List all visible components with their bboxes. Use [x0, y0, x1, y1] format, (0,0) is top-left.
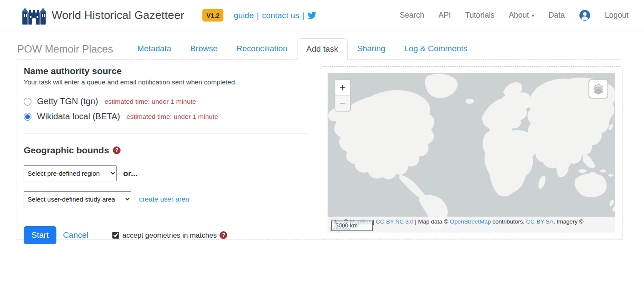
predefined-region-select[interactable]: Select pre-defined region	[24, 165, 117, 181]
queue-note: Your task will enter a queue and email n…	[24, 78, 312, 86]
authority-option-wikidata: Wikidata local (BETA) estimated time: un…	[24, 112, 312, 121]
user-study-area-select[interactable]: Select user-defined study area	[24, 191, 131, 207]
nav-about-label: About	[509, 11, 529, 20]
map-zoom-control: + −	[334, 79, 351, 112]
version-badge: V1.2	[202, 9, 223, 22]
map-layers-control[interactable]	[588, 79, 608, 99]
tab-add-task[interactable]: Add task	[297, 38, 348, 60]
region-select-row: Select pre-defined region or...	[24, 165, 312, 181]
openstreetmap-link[interactable]: OpenStreetMap	[450, 218, 491, 225]
header-nav: Search API Tutorials About ▾ Data Logout	[399, 9, 629, 21]
guide-link[interactable]: guide	[234, 11, 254, 20]
whg-castle-logo	[22, 6, 46, 25]
nav-data[interactable]: Data	[548, 11, 565, 20]
world-map-graphic	[328, 73, 615, 233]
tab-reconciliation[interactable]: Reconciliation	[227, 38, 297, 59]
authority-option-getty: Getty TGN (tgn) estimated time: under 1 …	[24, 96, 312, 106]
attribution-contributors-text: contributors,	[491, 218, 526, 225]
accept-geometries-label: accept geometries in matches	[122, 231, 217, 239]
layers-icon	[592, 83, 604, 95]
contact-us-link[interactable]: contact us	[262, 11, 299, 20]
wikidata-radio-label[interactable]: Wikidata local (BETA)	[37, 112, 120, 121]
ccbysa-link[interactable]: CC-BY-SA	[526, 218, 553, 225]
link-separator: |	[302, 11, 304, 20]
zoom-out-button[interactable]: −	[335, 95, 350, 111]
tab-metadata[interactable]: Metadata	[128, 38, 181, 59]
tab-sharing[interactable]: Sharing	[348, 38, 395, 59]
caret-down-icon: ▾	[532, 12, 534, 19]
accept-geometries-row: accept geometries in matches ?	[112, 231, 227, 239]
attribution-imagery-text: , Imagery ©	[553, 218, 583, 225]
app-title: World Historical Gazetteer	[52, 9, 184, 22]
getty-estimate-text: estimated time: under 1 minute	[105, 98, 196, 106]
tab-bar: POW Memoir Places Metadata Browse Reconc…	[0, 38, 644, 59]
map-panel: + − Tiles © MapBox | CC-BY-NC 3.0 | Map …	[320, 66, 623, 239]
tab-log-comments[interactable]: Log & Comments	[395, 38, 477, 59]
nav-about-dropdown[interactable]: About ▾	[509, 11, 534, 20]
bounds-help-icon[interactable]: ?	[113, 146, 121, 154]
study-area-select-row: Select user-defined study area create us…	[24, 191, 312, 207]
getty-radio-label[interactable]: Getty TGN (tgn)	[37, 96, 98, 106]
nav-search[interactable]: Search	[399, 11, 424, 20]
nav-logout[interactable]: Logout	[605, 11, 629, 20]
create-user-area-link[interactable]: create user area	[139, 196, 189, 203]
tabs-list: Metadata Browse Reconciliation Add task …	[128, 38, 477, 59]
nav-api[interactable]: API	[438, 11, 451, 20]
link-separator: |	[257, 11, 259, 20]
user-avatar-icon[interactable]	[579, 9, 591, 21]
bounds-heading-row: Geographic bounds ?	[24, 145, 312, 155]
license-link[interactable]: CC-BY-NC 3.0	[376, 218, 413, 225]
wikidata-radio[interactable]	[24, 113, 31, 121]
twitter-icon[interactable]	[307, 11, 316, 20]
cancel-link[interactable]: Cancel	[63, 230, 88, 240]
wikidata-estimate-text: estimated time: under 1 minute	[127, 113, 218, 121]
world-map[interactable]: + − Tiles © MapBox | CC-BY-NC 3.0 | Map …	[328, 73, 615, 233]
accept-geometries-checkbox[interactable]	[112, 232, 119, 239]
task-form: Name authority source Your task will ent…	[24, 63, 320, 239]
start-button[interactable]: Start	[24, 226, 56, 244]
nav-tutorials[interactable]: Tutorials	[465, 11, 494, 20]
accept-help-icon[interactable]: ?	[220, 231, 227, 239]
attribution-mapdata-text: | Map data ©	[413, 218, 450, 225]
dataset-page-title: POW Memoir Places	[17, 43, 113, 59]
authority-heading: Name authority source	[24, 66, 312, 76]
tab-browse[interactable]: Browse	[181, 38, 227, 59]
getty-radio[interactable]	[24, 98, 31, 106]
zoom-in-button[interactable]: +	[335, 80, 350, 95]
header-links: guide | contact us |	[234, 11, 316, 20]
add-task-panel: Name authority source Your task will ent…	[16, 59, 623, 240]
map-scale-bar: 5000 km	[331, 221, 373, 231]
bounds-heading: Geographic bounds	[24, 145, 109, 155]
section-divider	[24, 133, 308, 134]
app-header: World Historical Gazetteer V1.2 guide | …	[0, 0, 644, 31]
form-actions: Start Cancel accept geometries in matche…	[24, 226, 312, 244]
or-label: or...	[123, 169, 138, 178]
